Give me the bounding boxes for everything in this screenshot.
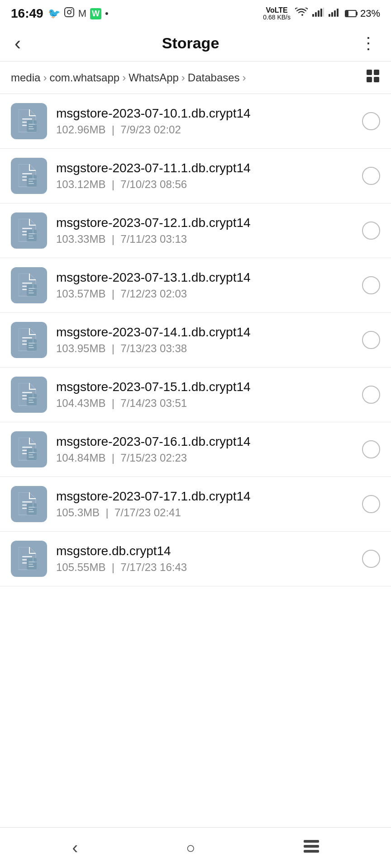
file-select-radio[interactable] (362, 112, 380, 130)
battery-icon: 23% (345, 8, 380, 19)
list-item[interactable]: msgstore-2023-07-15.1.db.crypt14 104.43M… (0, 368, 391, 422)
file-name: msgstore-2023-07-13.1.db.crypt14 (56, 270, 353, 285)
status-time: 16:49 (11, 6, 43, 21)
file-select-radio[interactable] (362, 276, 380, 294)
file-meta: 103.33MB | 7/11/23 03:13 (56, 233, 353, 245)
svg-rect-8 (329, 14, 330, 17)
file-icon (19, 547, 39, 571)
file-icon (19, 492, 39, 516)
file-select-radio[interactable] (362, 550, 380, 568)
list-item[interactable]: msgstore-2023-07-17.1.db.crypt14 105.3MB… (0, 477, 391, 532)
file-info: msgstore-2023-07-14.1.db.crypt14 103.95M… (56, 325, 353, 355)
svg-rect-64 (29, 397, 35, 398)
svg-rect-49 (29, 290, 33, 291)
file-icon (19, 438, 39, 461)
list-item[interactable]: msgstore-2023-07-11.1.db.crypt14 103.12M… (0, 149, 391, 203)
file-select-radio[interactable] (362, 386, 380, 404)
breadcrumb-whatsapp[interactable]: WhatsApp (129, 71, 179, 84)
svg-rect-26 (29, 128, 34, 129)
facebook-icon: 🐦 (48, 8, 60, 19)
signal2-icon (329, 8, 340, 19)
file-select-radio[interactable] (362, 440, 380, 458)
svg-rect-28 (22, 173, 32, 175)
list-item[interactable]: msgstore-2023-07-10.1.db.crypt14 102.96M… (0, 94, 391, 149)
file-icon-wrapper (11, 486, 47, 522)
file-name: msgstore-2023-07-12.1.db.crypt14 (56, 216, 353, 230)
file-info: msgstore-2023-07-12.1.db.crypt14 103.33M… (56, 216, 353, 245)
file-icon (19, 328, 39, 352)
grid-view-button[interactable] (366, 69, 380, 86)
svg-rect-3 (312, 14, 314, 17)
svg-rect-90 (29, 566, 34, 567)
svg-rect-40 (29, 233, 35, 234)
file-info: msgstore-2023-07-13.1.db.crypt14 103.57M… (56, 270, 353, 300)
breadcrumb-sep-1: › (43, 71, 47, 84)
whatsapp-icon: W (90, 8, 101, 19)
svg-rect-80 (29, 507, 35, 508)
list-item[interactable]: msgstore-2023-07-12.1.db.crypt14 103.33M… (0, 203, 391, 258)
file-name: msgstore-2023-07-16.1.db.crypt14 (56, 434, 353, 449)
file-meta: 103.12MB | 7/10/23 08:56 (56, 178, 353, 191)
file-name: msgstore-2023-07-15.1.db.crypt14 (56, 380, 353, 394)
file-select-radio[interactable] (362, 167, 380, 185)
breadcrumb-sep-2: › (122, 71, 126, 84)
svg-rect-66 (29, 402, 34, 403)
nav-home-button[interactable]: ○ (179, 832, 203, 864)
file-meta: 104.84MB | 7/15/23 02:23 (56, 452, 353, 464)
nav-recents-button[interactable] (296, 832, 326, 863)
breadcrumb-sep-4: › (243, 71, 246, 84)
svg-rect-56 (29, 343, 35, 344)
file-info: msgstore-2023-07-11.1.db.crypt14 103.12M… (56, 161, 353, 191)
file-meta: 103.57MB | 7/12/23 02:03 (56, 288, 353, 300)
file-list: msgstore-2023-07-10.1.db.crypt14 102.96M… (0, 94, 391, 827)
svg-rect-68 (22, 447, 32, 448)
breadcrumb-sep-3: › (181, 71, 185, 84)
file-info: msgstore-2023-07-10.1.db.crypt14 102.96M… (56, 106, 353, 136)
svg-point-2 (71, 9, 72, 10)
file-select-radio[interactable] (362, 331, 380, 349)
file-meta: 105.55MB | 7/17/23 16:43 (56, 561, 353, 574)
breadcrumb: media › com.whatsapp › WhatsApp › Databa… (0, 61, 391, 94)
svg-rect-17 (367, 77, 372, 82)
page-title: Storage (24, 34, 357, 52)
nav-back-button[interactable]: ‹ (65, 831, 85, 865)
svg-rect-93 (304, 850, 319, 853)
svg-rect-33 (29, 181, 33, 182)
svg-rect-44 (22, 283, 32, 284)
list-item[interactable]: msgstore-2023-07-16.1.db.crypt14 104.84M… (0, 422, 391, 477)
svg-rect-41 (29, 236, 33, 236)
breadcrumb-com-whatsapp[interactable]: com.whatsapp (49, 71, 119, 84)
file-info: msgstore-2023-07-16.1.db.crypt14 104.84M… (56, 434, 353, 464)
svg-rect-18 (374, 77, 379, 82)
svg-rect-76 (22, 501, 32, 503)
file-icon-wrapper (11, 103, 47, 139)
file-info: msgstore.db.crypt14 105.55MB | 7/17/23 1… (56, 544, 353, 574)
file-name: msgstore-2023-07-11.1.db.crypt14 (56, 161, 353, 175)
file-icon-wrapper (11, 322, 47, 358)
menu-button[interactable]: ⋮ (357, 30, 380, 57)
svg-rect-74 (29, 457, 34, 458)
file-icon-wrapper (11, 212, 47, 249)
svg-rect-25 (29, 126, 33, 127)
svg-rect-73 (29, 454, 33, 455)
breadcrumb-media[interactable]: media (11, 71, 40, 84)
list-item[interactable]: msgstore-2023-07-13.1.db.crypt14 103.57M… (0, 258, 391, 313)
svg-rect-32 (29, 179, 35, 179)
file-info: msgstore-2023-07-17.1.db.crypt14 105.3MB… (56, 489, 353, 519)
gmail-icon: M (78, 8, 86, 19)
svg-rect-6 (320, 9, 322, 17)
svg-rect-0 (65, 8, 74, 17)
file-icon-wrapper (11, 267, 47, 303)
file-select-radio[interactable] (362, 495, 380, 513)
file-info: msgstore-2023-07-15.1.db.crypt14 104.43M… (56, 380, 353, 410)
list-item[interactable]: msgstore-2023-07-14.1.db.crypt14 103.95M… (0, 313, 391, 368)
svg-rect-48 (29, 288, 35, 289)
file-name: msgstore-2023-07-14.1.db.crypt14 (56, 325, 353, 340)
list-item[interactable]: msgstore.db.crypt14 105.55MB | 7/17/23 1… (0, 532, 391, 586)
breadcrumb-databases[interactable]: Databases (188, 71, 240, 84)
svg-rect-5 (318, 10, 319, 17)
file-meta: 102.96MB | 7/9/23 02:02 (56, 123, 353, 136)
back-button[interactable]: ‹ (11, 29, 24, 58)
file-select-radio[interactable] (362, 222, 380, 240)
status-icons: 🐦 M W • (48, 7, 109, 20)
